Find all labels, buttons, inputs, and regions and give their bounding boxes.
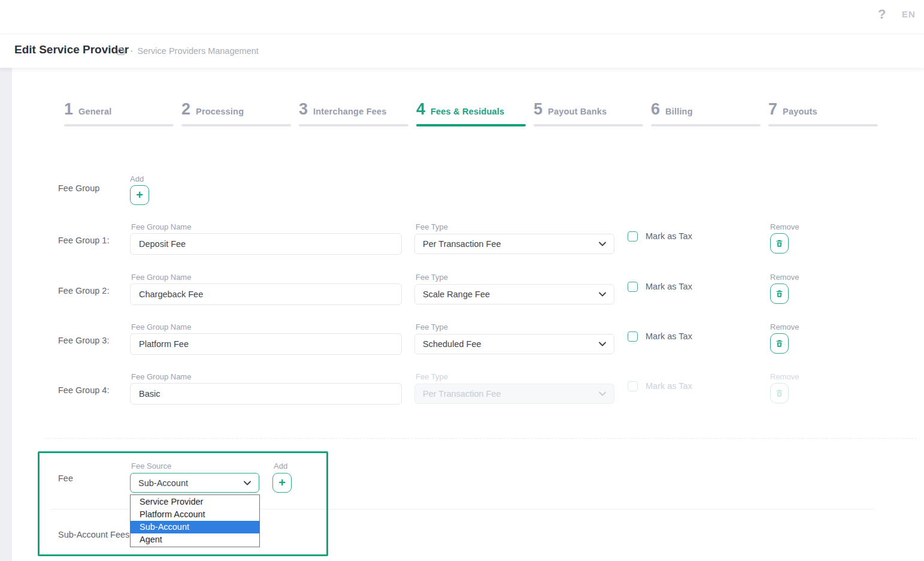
fee-type-value: Per Transaction Fee [423, 239, 501, 249]
fee-source-dropdown: Service Provider Platform Account Sub-Ac… [130, 494, 260, 547]
step-label: Payouts [783, 107, 817, 116]
section-divider [46, 438, 916, 439]
fee-group-name-input[interactable] [130, 383, 402, 405]
fee-type-label: Fee Type [416, 322, 448, 331]
home-icon[interactable] [116, 46, 126, 56]
fee-group-row-2: Fee Group 2: Fee Group Name Fee Type Sca… [0, 273, 924, 311]
add-fee-button[interactable]: + [272, 473, 292, 493]
step-number: 7 [768, 100, 777, 119]
step-underline [64, 124, 174, 126]
mark-as-tax-checkbox[interactable] [628, 282, 638, 292]
mark-as-tax-label: Mark as Tax [646, 331, 692, 341]
step-label: Fees & Residuals [431, 107, 504, 116]
breadcrumb-item[interactable]: Service Providers Management [138, 46, 259, 56]
row-label: Fee Group 1: [58, 236, 109, 245]
tab-payout-banks[interactable]: 5Payout Banks [534, 100, 651, 126]
fee-source-select[interactable]: Sub-Account [130, 473, 259, 493]
chevron-down-icon [599, 391, 606, 396]
mark-as-tax-checkbox[interactable] [628, 231, 638, 242]
topbar: ? EN [0, 0, 924, 34]
fee-group-row-4: Fee Group 4: Fee Group Name Fee Type Per… [0, 372, 924, 411]
remove-label: Remove [770, 322, 799, 331]
page-title: Edit Service Provider [14, 43, 129, 56]
step-label: Payout Banks [548, 107, 607, 116]
mark-as-tax-label: Mark as Tax [646, 381, 692, 391]
row-label: Fee Group 3: [58, 336, 109, 345]
mark-as-tax-checkbox[interactable] [628, 331, 638, 342]
fee-type-select[interactable]: Scale Range Fee [414, 284, 614, 304]
step-number: 6 [651, 100, 660, 119]
step-underline [768, 124, 878, 126]
breadcrumb-separator: • [131, 48, 133, 55]
language-selector[interactable]: EN [902, 9, 916, 19]
remove-fee-group-button-disabled [770, 383, 789, 403]
step-label: General [78, 107, 111, 116]
fee-type-label: Fee Type [416, 273, 448, 282]
row-label: Fee Group 4: [58, 385, 109, 395]
page: ? EN Edit Service Provider • Service Pro… [0, 0, 924, 561]
step-number: 5 [534, 100, 543, 119]
step-label: Billing [665, 107, 693, 116]
fee-group-name-label: Fee Group Name [131, 322, 191, 331]
fee-group-name-label: Fee Group Name [131, 372, 191, 381]
fee-type-select[interactable]: Scheduled Fee [414, 334, 614, 354]
mark-as-tax-checkbox-disabled [628, 381, 638, 391]
step-underline [651, 124, 761, 126]
chevron-down-icon [599, 292, 606, 297]
tab-billing[interactable]: 6Billing [651, 100, 768, 126]
trash-icon [775, 289, 784, 298]
trash-icon [775, 339, 784, 348]
add-fee-group-label: Add [130, 174, 144, 183]
add-fee-label: Add [274, 462, 287, 470]
tab-fees-residuals[interactable]: 4Fees & Residuals [416, 100, 534, 126]
dropdown-option-agent[interactable]: Agent [131, 533, 259, 546]
tab-interchange-fees[interactable]: 3Interchange Fees [299, 100, 416, 126]
trash-icon [775, 239, 784, 248]
fee-type-label: Fee Type [416, 222, 448, 231]
breadcrumb: • Service Providers Management [116, 46, 259, 56]
plus-icon: + [136, 188, 143, 202]
fee-type-value: Scheduled Fee [423, 339, 481, 349]
step-underline [416, 124, 526, 126]
step-label: Interchange Fees [313, 107, 386, 116]
step-underline [299, 124, 408, 126]
mark-as-tax-label: Mark as Tax [646, 231, 692, 241]
fee-type-value: Scale Range Fee [423, 289, 490, 299]
fee-type-select[interactable]: Per Transaction Fee [414, 234, 614, 254]
dropdown-option-sub-account[interactable]: Sub-Account [131, 521, 259, 533]
remove-label: Remove [770, 273, 799, 282]
chevron-down-icon [599, 242, 606, 246]
chevron-down-icon [599, 342, 606, 346]
remove-fee-group-button[interactable] [770, 283, 789, 304]
remove-label: Remove [770, 222, 799, 231]
remove-label: Remove [770, 372, 799, 381]
fee-type-label: Fee Type [416, 372, 448, 381]
add-fee-group-button[interactable]: + [130, 185, 149, 205]
plus-icon: + [278, 476, 286, 490]
help-icon[interactable]: ? [878, 7, 886, 22]
dropdown-option-service-provider[interactable]: Service Provider [131, 496, 259, 508]
fee-type-select-disabled: Per Transaction Fee [414, 384, 614, 404]
tab-processing[interactable]: 2Processing [181, 100, 299, 126]
fee-group-name-input[interactable] [130, 283, 402, 305]
wizard-stepper: 1General 2Processing 3Interchange Fees 4… [64, 100, 886, 126]
chevron-down-icon [244, 481, 251, 485]
tab-payouts[interactable]: 7Payouts [768, 100, 886, 126]
header-bar: Edit Service Provider • Service Provider… [0, 34, 924, 68]
remove-fee-group-button[interactable] [770, 233, 789, 254]
remove-fee-group-button[interactable] [770, 333, 789, 354]
step-number: 4 [416, 100, 425, 119]
trash-icon [775, 388, 784, 398]
dropdown-option-platform-account[interactable]: Platform Account [131, 508, 259, 521]
fee-group-name-input[interactable] [130, 333, 402, 355]
row-label: Fee Group 2: [58, 286, 109, 295]
fee-group-row-1: Fee Group 1: Fee Group Name Fee Type Per… [0, 222, 924, 261]
fee-group-name-input[interactable] [130, 233, 402, 255]
fee-group-name-label: Fee Group Name [131, 273, 191, 282]
step-underline [534, 124, 643, 126]
tab-general[interactable]: 1General [64, 100, 181, 126]
fee-group-section-label: Fee Group [58, 183, 99, 193]
step-number: 2 [181, 100, 190, 119]
fee-group-row-3: Fee Group 3: Fee Group Name Fee Type Sch… [0, 322, 924, 361]
fee-group-name-label: Fee Group Name [131, 222, 191, 231]
